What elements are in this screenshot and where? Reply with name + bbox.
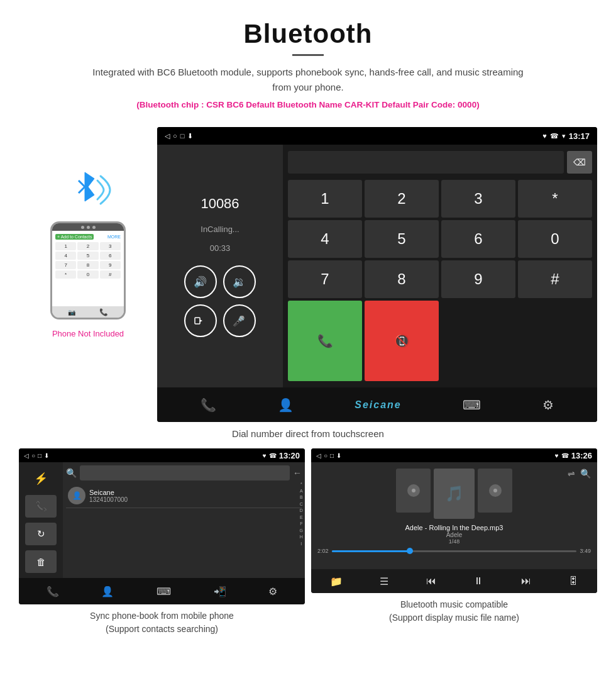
main-caption: Dial number direct from touchscreen xyxy=(0,428,616,439)
pb-nav-dialpad[interactable]: ⌨ xyxy=(157,586,171,597)
contact-row[interactable]: 👤 Seicane 13241007000 xyxy=(66,484,302,508)
pb-phone-btn[interactable]: 📞 xyxy=(25,495,57,518)
phone-key-2[interactable]: 2 xyxy=(77,242,98,250)
phone-key-9[interactable]: 9 xyxy=(100,261,121,269)
pb-status-bar: ◁ ○ □ ⬇ ♥ ☎ 13:20 xyxy=(19,448,305,462)
alphabet-list: *ABCDEFGHI xyxy=(300,481,303,547)
phone-key-6[interactable]: 6 xyxy=(100,252,121,260)
phone-key-8[interactable]: 8 xyxy=(77,261,98,269)
car-screen-body: 10086 InCalling... 00:33 🔊 🔉 xyxy=(157,145,597,387)
call-number: 10086 xyxy=(201,196,239,212)
volume-down-btn[interactable]: 🔉 xyxy=(223,265,256,298)
phone-key-1[interactable]: 1 xyxy=(55,242,76,250)
nav-settings-icon[interactable]: ⚙ xyxy=(542,397,554,413)
call-timer: 00:33 xyxy=(210,243,231,253)
dial-key-3[interactable]: 3 xyxy=(441,180,515,218)
phone-key-5[interactable]: 5 xyxy=(77,252,98,260)
main-car-screen-wrapper: ◁ ○ □ ⬇ ♥ ☎ ▾ 13:17 10086 InCalling... xyxy=(157,127,597,422)
phone-key-0[interactable]: 0 xyxy=(77,270,98,279)
music-next-icon[interactable]: ⏭ xyxy=(521,575,531,587)
music-search-icon[interactable]: 🔍 xyxy=(580,469,591,479)
music-time: 13:26 xyxy=(571,451,592,460)
music-total-time: 3:49 xyxy=(580,548,591,554)
phone-key-4[interactable]: 4 xyxy=(55,252,76,260)
dial-key-9[interactable]: 9 xyxy=(441,260,515,298)
nav-dialpad-icon[interactable]: ⌨ xyxy=(463,397,481,413)
phone-dial-grid: 1 2 3 4 5 6 7 8 9 * 0 # xyxy=(55,242,121,279)
more-btn[interactable]: MORE xyxy=(107,235,121,239)
dial-key-hash[interactable]: # xyxy=(518,260,592,298)
dial-key-6[interactable]: 6 xyxy=(441,220,515,258)
pb-right-icons: ♥ ☎ 13:20 xyxy=(263,451,300,460)
dial-backspace-btn[interactable]: ⌫ xyxy=(567,151,592,174)
music-folder-icon[interactable]: 📁 xyxy=(330,575,343,587)
music-prev-icon[interactable]: ⏮ xyxy=(426,575,436,587)
music-download-icon: ⬇ xyxy=(336,452,341,459)
phone-key-7[interactable]: 7 xyxy=(55,261,76,269)
bluetooth-icon-wrapper xyxy=(63,165,113,215)
dial-key-8[interactable]: 8 xyxy=(365,260,439,298)
music-note-icon: 🎵 xyxy=(445,485,464,503)
dial-key-4[interactable]: 4 xyxy=(288,220,362,258)
answer-call-btn[interactable]: 📞 xyxy=(288,301,362,381)
volume-up-btn[interactable]: 🔊 xyxy=(184,265,217,298)
mute-btn[interactable]: 🎤 xyxy=(223,304,256,337)
phonebook-main: 🔍 ← 👤 Seicane 13241007000 *ABCDEFGHI xyxy=(63,462,305,578)
dial-input-field[interactable] xyxy=(288,151,564,174)
pb-nav-call[interactable]: 📞 xyxy=(47,586,59,597)
status-left-icons: ◁ ○ □ ⬇ xyxy=(165,132,193,140)
music-nav-icons: ◁ ○ □ ⬇ xyxy=(316,452,341,459)
nav-contact-icon[interactable]: 👤 xyxy=(278,397,294,413)
status-right-icons: ♥ ☎ ▾ 13:17 xyxy=(542,131,590,141)
music-back-icon: ◁ xyxy=(316,452,321,459)
phone-screen: + Add to Contacts MORE 1 2 3 4 5 6 7 8 9… xyxy=(52,231,124,306)
music-artist: Adele xyxy=(317,531,591,538)
phone-key-3[interactable]: 3 xyxy=(100,242,121,250)
music-location-icon: ♥ xyxy=(555,452,559,459)
shuffle-icon[interactable]: ⇌ xyxy=(568,469,575,479)
music-list-icon[interactable]: ☰ xyxy=(380,575,388,587)
phone-dot xyxy=(92,226,96,229)
download-icon: ⬇ xyxy=(187,132,193,140)
pb-nav-transfer[interactable]: 📲 xyxy=(214,586,226,597)
pb-bluetooth-icon: ⚡ xyxy=(25,467,57,490)
pb-sync-btn[interactable]: ↻ xyxy=(25,523,57,545)
contact-name: Seicane xyxy=(89,489,300,496)
nav-call-icon[interactable]: 📞 xyxy=(201,397,216,413)
music-progress-bar[interactable] xyxy=(332,550,577,552)
end-call-btn[interactable]: 📵 xyxy=(365,301,439,381)
dial-key-2[interactable]: 2 xyxy=(365,180,439,218)
music-play-pause-icon[interactable]: ⏸ xyxy=(473,575,483,587)
music-body: 🎵 ⇌ 🔍 Adele - Rolling In the Deep.mp3 Ad… xyxy=(311,462,597,569)
dial-key-7[interactable]: 7 xyxy=(288,260,362,298)
phone-key-star[interactable]: * xyxy=(55,270,76,279)
dial-key-5[interactable]: 5 xyxy=(365,220,439,258)
pb-search-input[interactable] xyxy=(80,465,290,480)
music-card: ◁ ○ □ ⬇ ♥ ☎ 13:26 🎵 xyxy=(311,448,597,636)
phonebook-card: ◁ ○ □ ⬇ ♥ ☎ 13:20 ⚡ 📞 ↻ 🗑 xyxy=(19,448,305,636)
pb-nav-settings[interactable]: ⚙ xyxy=(268,586,277,597)
pb-nav-contact[interactable]: 👤 xyxy=(101,586,114,597)
pb-delete-btn[interactable]: 🗑 xyxy=(25,550,57,573)
call-buttons: 🔊 🔉 🎤 xyxy=(184,265,256,337)
album-art-right xyxy=(478,469,512,513)
alphabet-letters: *ABCDEFGHI xyxy=(300,481,303,547)
svg-line-1 xyxy=(79,180,85,187)
call-status-icon: ☎ xyxy=(550,132,559,140)
pb-back-arrow[interactable]: ← xyxy=(293,468,302,478)
dial-key-1[interactable]: 1 xyxy=(288,180,362,218)
bottom-section: ◁ ○ □ ⬇ ♥ ☎ 13:20 ⚡ 📞 ↻ 🗑 xyxy=(0,448,616,636)
location-icon: ♥ xyxy=(542,132,547,140)
music-eq-icon[interactable]: 🎛 xyxy=(568,575,578,587)
music-progress-dot xyxy=(407,548,413,554)
album-art-row: 🎵 xyxy=(317,469,591,519)
page-description: Integrated with BC6 Bluetooth module, su… xyxy=(88,65,528,95)
contact-avatar: 👤 xyxy=(68,487,85,504)
music-current-time: 2:02 xyxy=(317,548,329,554)
phone-call-icon[interactable]: 📞 xyxy=(99,308,108,316)
add-contacts-btn[interactable]: + Add to Contacts xyxy=(55,234,94,240)
dial-key-0[interactable]: 0 xyxy=(518,220,592,258)
transfer-btn[interactable] xyxy=(184,304,217,337)
dial-key-star[interactable]: * xyxy=(518,180,592,218)
phone-key-hash[interactable]: # xyxy=(100,270,121,279)
